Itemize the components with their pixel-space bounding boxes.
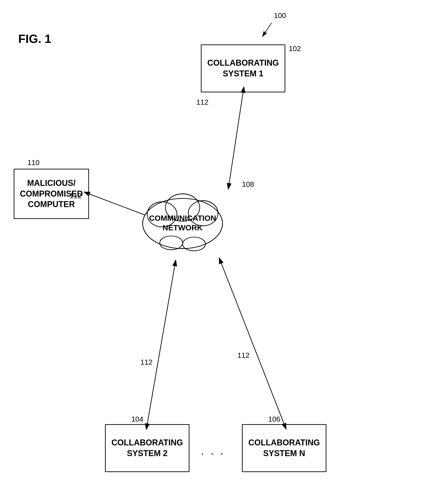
ref-112-bottom-right: 112 bbox=[237, 351, 250, 360]
svg-point-6 bbox=[188, 201, 218, 226]
arrow-network-to-systemn bbox=[219, 258, 284, 424]
dots: · · · bbox=[201, 447, 225, 460]
collaborating-system-2-box: COLLABORATINGSYSTEM 2 bbox=[105, 424, 189, 472]
ref-100: 100 bbox=[274, 11, 286, 20]
figure-label: FIG. 1 bbox=[18, 32, 51, 46]
ref-112-bottom-left: 112 bbox=[140, 358, 153, 367]
arrow-network-to-system1 bbox=[228, 92, 243, 189]
collaborating-system-1-box: COLLABORATINGSYSTEM 1 bbox=[201, 44, 285, 92]
ref-104: 104 bbox=[131, 415, 143, 423]
svg-point-4 bbox=[147, 202, 177, 227]
ref-110: 110 bbox=[27, 158, 40, 167]
ref-112-top: 112 bbox=[196, 98, 208, 106]
arrow-network-to-malicious bbox=[89, 194, 155, 219]
svg-point-11 bbox=[160, 236, 183, 250]
ref-100-arrow bbox=[263, 23, 272, 36]
svg-point-15 bbox=[143, 199, 222, 249]
ref-112-left: 112 bbox=[70, 192, 82, 200]
svg-point-5 bbox=[165, 194, 200, 221]
communication-network-cloud: COMMUNICATION NETWORK bbox=[143, 194, 222, 251]
svg-text:NETWORK: NETWORK bbox=[163, 223, 203, 232]
ref-102: 102 bbox=[289, 44, 301, 53]
svg-point-14 bbox=[184, 237, 205, 249]
svg-point-17 bbox=[165, 194, 200, 221]
svg-point-16 bbox=[147, 202, 177, 227]
arrow-network-to-system2 bbox=[147, 260, 176, 424]
svg-point-12 bbox=[183, 237, 205, 251]
svg-point-8 bbox=[148, 204, 176, 227]
svg-point-18 bbox=[188, 201, 218, 226]
collaborating-system-1-label: COLLABORATINGSYSTEM 1 bbox=[207, 58, 279, 79]
collaborating-system-2-label: COLLABORATINGSYSTEM 2 bbox=[111, 437, 183, 459]
svg-point-3 bbox=[143, 199, 222, 249]
svg-text:COMMUNICATION: COMMUNICATION bbox=[149, 214, 216, 222]
svg-point-7 bbox=[144, 200, 221, 247]
svg-point-10 bbox=[189, 203, 217, 226]
ref-108: 108 bbox=[242, 180, 254, 189]
collaborating-system-n-label: COLLABORATINGSYSTEM N bbox=[248, 437, 320, 459]
svg-point-13 bbox=[161, 236, 182, 248]
collaborating-system-n-box: COLLABORATINGSYSTEM N bbox=[242, 424, 326, 472]
ref-106: 106 bbox=[268, 415, 280, 423]
svg-point-9 bbox=[167, 196, 198, 221]
